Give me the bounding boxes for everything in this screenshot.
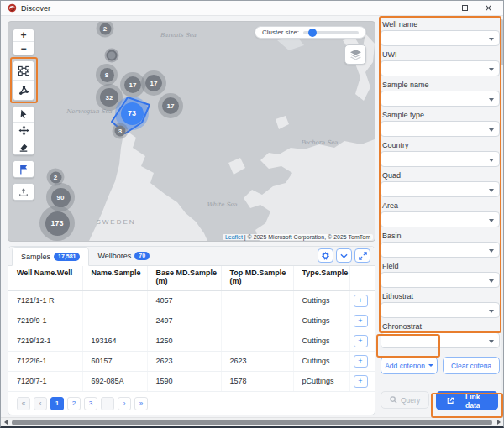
map-marker[interactable] <box>105 49 119 63</box>
minimize-icon <box>438 8 444 8</box>
column-header-top-md[interactable]: Top MD.Sample (m) <box>221 266 293 290</box>
cell-base-md: 2497 <box>147 311 221 331</box>
basin-select[interactable] <box>381 242 500 258</box>
eraser-icon <box>18 142 29 152</box>
results-panel: Samples 17,581 Wellbores 70 <box>8 246 375 415</box>
column-header-type-sample[interactable]: Type.Sample <box>293 266 349 290</box>
map-cluster[interactable]: 17 <box>158 93 183 118</box>
cell-well-name: 7121/1-1 R <box>8 290 82 311</box>
column-header-well-name[interactable]: Well Name.Well <box>8 266 82 290</box>
field-label: Sample name <box>382 81 500 89</box>
export-shape-button[interactable] <box>13 184 34 200</box>
flag-tool-button[interactable] <box>13 161 34 177</box>
samples-table: Well Name.Well Name.Sample Base MD.Sampl… <box>8 266 375 392</box>
country-select[interactable] <box>381 151 500 167</box>
filter-field-field: Field <box>381 261 500 288</box>
table-settings-button[interactable] <box>318 248 333 263</box>
search-icon <box>390 396 397 404</box>
leaflet-link[interactable]: Leaflet <box>225 234 243 240</box>
cell-base-md: 1590 <box>147 371 221 391</box>
field-label: Chronostrat <box>382 322 500 331</box>
tab-wellbores[interactable]: Wellbores 70 <box>89 246 158 265</box>
cluster-size-slider[interactable] <box>303 31 359 34</box>
page-2-button[interactable]: 2 <box>67 397 81 410</box>
slider-knob[interactable] <box>308 29 317 37</box>
map-cluster[interactable]: 173 <box>39 206 75 241</box>
link-data-button[interactable]: Link data <box>436 391 498 410</box>
filter-field-lithostrat: Lithostrat <box>381 291 500 318</box>
well-name-select[interactable] <box>381 30 500 46</box>
erase-tool-button[interactable] <box>13 138 34 154</box>
scroll-left-arrow[interactable] <box>1 420 10 425</box>
map-canvas[interactable]: Barents Sea Norwegian Sea Pechora Sea Wh… <box>8 21 375 242</box>
cluster-size-label: Cluster size: <box>262 29 299 36</box>
cell-base-md: 4057 <box>147 290 221 311</box>
filter-field-well-name: Well name <box>381 19 500 46</box>
panel-scrollbar[interactable] <box>501 19 503 405</box>
map-cluster[interactable]: 3 <box>113 123 129 139</box>
cell-name-sample: 193164 <box>82 331 147 351</box>
zoom-in-button[interactable]: + <box>13 29 34 42</box>
page-first-button[interactable]: « <box>17 397 30 410</box>
field-select[interactable] <box>381 272 500 288</box>
quad-select[interactable] <box>381 181 500 197</box>
add-criterion-button[interactable]: Add criterion <box>381 357 438 374</box>
map-cluster[interactable]: 8 <box>96 64 118 86</box>
area-select[interactable] <box>381 211 500 227</box>
column-header-base-md[interactable]: Base MD.Sample (m) <box>147 266 221 290</box>
draw-polygon-tool-button[interactable] <box>13 81 34 100</box>
panel-scrollbar-thumb[interactable] <box>501 19 503 65</box>
expand-icon <box>359 252 367 260</box>
table-row: 7219/9-1 2497 Cuttings + <box>8 311 375 331</box>
uwi-select[interactable] <box>381 60 500 76</box>
expand-panel-button[interactable] <box>354 248 370 263</box>
maximize-button[interactable] <box>453 1 476 15</box>
cluster-size-control: Cluster size: <box>255 26 366 39</box>
page-3-button[interactable]: 3 <box>84 397 97 410</box>
polygon-draw-icon <box>18 85 29 96</box>
scroll-right-arrow[interactable] <box>494 420 503 425</box>
rectangle-select-icon <box>18 65 29 76</box>
page-prev-button[interactable]: ‹ <box>34 397 47 410</box>
field-label: Area <box>382 201 500 210</box>
add-row-button[interactable]: + <box>354 335 368 347</box>
page-last-button[interactable]: » <box>134 397 148 410</box>
edit-vertices-tool-button[interactable] <box>13 107 34 123</box>
move-tool-button[interactable] <box>13 123 34 138</box>
cell-well-name: 7120/7-1 <box>8 371 82 391</box>
column-header-actions <box>349 266 375 290</box>
horizontal-scrollbar[interactable] <box>1 417 503 426</box>
minimize-button[interactable] <box>429 1 453 15</box>
draw-rectangle-tool-button[interactable] <box>13 61 34 81</box>
cell-top-md <box>221 331 293 351</box>
add-row-button[interactable]: + <box>354 355 368 368</box>
map-label-sweden: SWEDEN <box>96 218 135 226</box>
add-row-button[interactable]: + <box>354 375 368 388</box>
lithostrat-select[interactable] <box>381 302 500 318</box>
sample-name-select[interactable] <box>381 91 500 107</box>
filter-field-sample-type: Sample type <box>381 110 500 137</box>
query-button[interactable]: Query <box>381 391 429 409</box>
cell-base-md: 1250 <box>147 331 221 351</box>
cell-type-sample: Cuttings <box>293 351 349 371</box>
sample-type-select[interactable] <box>381 121 500 137</box>
close-button[interactable] <box>476 1 500 15</box>
cell-top-md: 1578 <box>221 371 293 391</box>
window-title: Discover <box>21 4 50 13</box>
layers-button[interactable] <box>344 44 366 65</box>
collapse-panel-button[interactable] <box>336 248 352 263</box>
map-cluster[interactable]: 17 <box>141 70 166 96</box>
add-row-button[interactable]: + <box>354 295 368 307</box>
page-next-button[interactable]: › <box>118 397 131 410</box>
chronostrat-select[interactable] <box>381 332 500 348</box>
page-1-button[interactable]: 1 <box>50 397 64 410</box>
add-row-button[interactable]: + <box>354 315 368 327</box>
field-label: Country <box>382 141 500 149</box>
tab-samples[interactable]: Samples 17,581 <box>12 247 89 266</box>
link-data-label: Link data <box>458 393 487 410</box>
clear-criteria-button[interactable]: Clear criteria <box>443 357 500 374</box>
column-header-name-sample[interactable]: Name.Sample <box>82 266 147 290</box>
zoom-out-button[interactable]: − <box>13 42 34 55</box>
table-row: 7121/1-1 R 4057 Cuttings + <box>8 290 375 311</box>
horizontal-scrollbar-thumb[interactable] <box>12 420 492 425</box>
